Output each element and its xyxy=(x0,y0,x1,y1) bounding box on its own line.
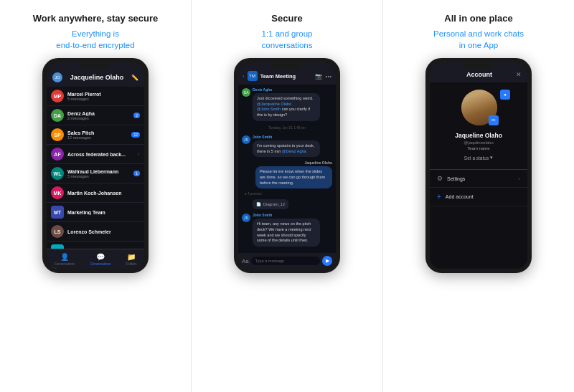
panel-work-anywhere: Work anywhere, stay secure Everything is… xyxy=(0,0,191,392)
conversations-list: MP Marcel Pierrot 5 messages DA Deniz Ag… xyxy=(47,87,144,269)
message-row: DA Deniz Agha Just dicovered something w… xyxy=(242,87,332,121)
message-input[interactable]: Type a message xyxy=(251,257,320,265)
message-bubble: Just dicovered something weird. @Jacquel… xyxy=(253,93,320,121)
conv-msg: 5 messages xyxy=(67,174,130,178)
conv-name: Martin Koch-Johansen xyxy=(67,191,140,196)
msg-sender-name: John Smith xyxy=(253,135,332,139)
conv-name: Sales Pitch xyxy=(67,130,128,135)
chat-header: ‹ TM Team Meeting 📷 ••• xyxy=(238,62,336,85)
phone2: ‹ TM Team Meeting 📷 ••• DA Deniz Agha Ju… xyxy=(234,58,340,273)
panel2-subtitle: 1:1 and groupconversations xyxy=(262,28,313,51)
chevron-right-icon: › xyxy=(518,176,520,182)
conv-name: Lorenzo Schmeler xyxy=(67,229,140,234)
profile-name: Jaqueline Olaho xyxy=(455,132,502,139)
profile-avatar-section: ✏ xyxy=(461,90,497,125)
send-button[interactable]: ▶ xyxy=(322,256,332,266)
camera-icon[interactable]: 📷 xyxy=(315,73,322,80)
chat-icon: 👤 xyxy=(60,253,69,261)
list-item[interactable]: MT Marketing Team xyxy=(47,203,144,222)
chat-action-icons: 📷 ••• xyxy=(315,73,331,80)
list-item[interactable]: DA Deniz Agha 2 messages 2 xyxy=(47,106,144,125)
conv-name: Across federated back... xyxy=(67,152,134,157)
folder-icon: 📁 xyxy=(127,253,136,261)
close-button[interactable]: ✕ xyxy=(516,71,522,78)
message-row: JS John Smith I'm coming upstairs to you… xyxy=(242,135,332,157)
phone3-screen: Account ✕ ✏ ● Jaqueline Olaho xyxy=(430,62,527,269)
attachment-item: 📄 Diagram_12 xyxy=(253,199,288,209)
avatar: MK xyxy=(51,186,64,199)
list-item[interactable]: AF Across federated back... ↑ xyxy=(47,145,144,164)
attachment-name: Diagram_12 xyxy=(263,202,285,206)
back-button[interactable]: ‹ xyxy=(243,73,245,80)
panel1-title: Work anywhere, stay secure xyxy=(33,13,159,25)
status-label: Set a status xyxy=(464,156,489,161)
settings-label: Settings xyxy=(447,176,514,181)
set-status-button[interactable]: Set a status ▾ xyxy=(464,155,493,161)
account-title: Account xyxy=(466,71,492,78)
msg-avatar: JS xyxy=(242,214,250,222)
avatar: SP xyxy=(51,128,64,141)
conv-msg: 12 messages xyxy=(67,135,128,140)
msg-avatar: DA xyxy=(242,88,250,97)
list-item[interactable]: MK Martin Koch-Johansen xyxy=(47,183,144,203)
panel1-subtitle: Everything isend-to-end encrypted xyxy=(56,28,134,51)
avatar: DA xyxy=(51,109,64,122)
profile-handle: @jaqulineolaho xyxy=(464,140,493,145)
settings-menu-item[interactable]: ⚙ Settings › xyxy=(430,170,527,188)
message-bubble: I'm coming upstairs to your desk, there … xyxy=(253,140,320,157)
avatar: MT xyxy=(51,206,64,219)
chat-title: Team Meeting xyxy=(260,73,312,80)
settings-icon: ⚙ xyxy=(437,175,443,182)
list-item[interactable]: WL Waltraud Liebermann 5 messages 1 xyxy=(47,164,144,183)
message-bubble: Hi team, any news on the pitch deck? We … xyxy=(253,219,320,247)
participants-count: ● 4 persons xyxy=(245,192,332,196)
call-icon[interactable]: ••• xyxy=(326,73,331,80)
nav-label: Folders xyxy=(126,262,136,266)
avatar: MP xyxy=(51,90,64,102)
chevron-down-icon: ▾ xyxy=(490,155,493,161)
nav-label: Conversations xyxy=(55,262,75,266)
profile-team: Team name xyxy=(467,146,489,150)
attach-icon[interactable]: Aa xyxy=(242,258,249,264)
message-timestamp: Tuesday, Jun 13, 1:48 pm xyxy=(242,126,332,130)
bottom-nav: 👤 Conversations 💬 Conversations 📁 Folder… xyxy=(47,249,144,269)
conv-name: Waltraud Liebermann xyxy=(67,169,130,174)
account-menu: ⚙ Settings › + Add account xyxy=(430,169,527,206)
phone2-screen: ‹ TM Team Meeting 📷 ••• DA Deniz Agha Ju… xyxy=(238,62,336,269)
nav-item-folders[interactable]: 📁 Folders xyxy=(126,253,136,266)
panel3-subtitle: Personal and work chatsin one App xyxy=(433,28,524,51)
msg-sender-name: John Smith xyxy=(253,213,332,217)
avatar: WL xyxy=(51,167,64,180)
msg-sender-name: Jaqueline Olaho xyxy=(304,161,332,165)
add-account-menu-item[interactable]: + Add account xyxy=(430,188,527,206)
conv-name: Marcel Pierrot xyxy=(67,92,140,97)
phone1-screen: JO Jacqueline Olaho ✏️ MP Marcel Pierrot… xyxy=(47,62,144,269)
msg-avatar: JS xyxy=(242,135,250,144)
nav-item-conversations-all[interactable]: 👤 Conversations xyxy=(55,253,75,266)
panel2-title: Secure xyxy=(271,13,302,25)
chat-active-icon: 💬 xyxy=(96,253,105,261)
plus-icon: + xyxy=(437,193,441,201)
message-row: JS John Smith Hi team, any news on the p… xyxy=(242,213,332,247)
panel-all-in-one: All in one place Personal and work chats… xyxy=(383,0,574,392)
unread-badge: 2 xyxy=(133,113,140,118)
chat-messages: DA Deniz Agha Just dicovered something w… xyxy=(238,85,336,249)
add-account-label: Add account xyxy=(446,194,520,199)
list-item[interactable]: MP Marcel Pierrot 5 messages xyxy=(47,87,144,106)
unread-badge: 12 xyxy=(131,132,140,138)
conv-name: Deniz Agha xyxy=(67,111,130,116)
phone1-header: JO Jacqueline Olaho ✏️ xyxy=(47,62,144,87)
phone1-header-title: Jacqueline Olaho xyxy=(70,74,124,81)
edit-avatar-button[interactable]: ✏ xyxy=(489,115,499,125)
file-icon: 📄 xyxy=(256,202,261,206)
user-avatar-small: JO xyxy=(52,72,62,82)
nav-item-conversations[interactable]: 💬 Conversations xyxy=(90,253,110,266)
status-indicator: ● xyxy=(500,90,510,100)
list-item[interactable]: SP Sales Pitch 12 messages 12 xyxy=(47,125,144,145)
message-bubble: Please let me know when the slides are d… xyxy=(255,166,332,188)
conv-name: Marketing Team xyxy=(67,210,140,215)
list-item[interactable]: LS Lorenzo Schmeler xyxy=(47,222,144,242)
conv-msg: 5 messages xyxy=(67,97,140,101)
phone1: JO Jacqueline Olaho ✏️ MP Marcel Pierrot… xyxy=(42,58,149,273)
avatar: AF xyxy=(51,148,64,161)
